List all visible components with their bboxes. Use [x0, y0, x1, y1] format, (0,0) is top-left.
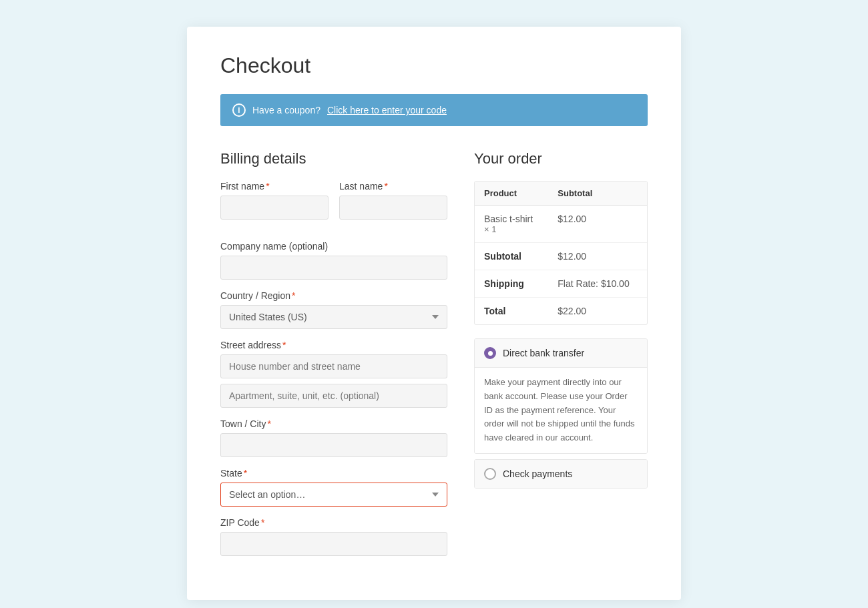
state-group: State* Select an option…: [220, 468, 447, 507]
country-group: Country / Region* United States (US): [220, 290, 447, 329]
radio-check-payments[interactable]: [484, 468, 496, 480]
first-name-group: First name*: [220, 181, 329, 220]
first-name-label: First name*: [220, 181, 329, 192]
col-product: Product: [475, 182, 548, 206]
payment-method-header-check[interactable]: Check payments: [475, 460, 647, 488]
order-title: Your order: [474, 150, 648, 168]
state-label: State*: [220, 468, 447, 479]
country-label: Country / Region*: [220, 290, 447, 301]
col-subtotal: Subtotal: [548, 182, 647, 206]
shipping-row: Shipping Flat Rate: $10.00: [475, 270, 647, 298]
checkout-page: Checkout i Have a coupon? Click here to …: [187, 27, 681, 600]
town-city-label: Town / City*: [220, 418, 447, 429]
billing-title: Billing details: [220, 150, 447, 168]
country-select[interactable]: United States (US): [220, 305, 447, 329]
total-row: Total $22.00: [475, 298, 647, 325]
apt-group: [220, 384, 447, 408]
coupon-text: Have a coupon?: [252, 105, 320, 115]
town-city-group: Town / City*: [220, 418, 447, 457]
product-cell: Basic t-shirt × 1: [475, 206, 548, 243]
subtotal-label: Subtotal: [475, 243, 548, 270]
total-label: Total: [475, 298, 548, 325]
last-name-label: Last name*: [339, 181, 447, 192]
subtotal-row: Subtotal $12.00: [475, 243, 647, 270]
street-address-group: Street address*: [220, 340, 447, 378]
page-title: Checkout: [220, 53, 648, 78]
subtotal-value: $12.00: [548, 243, 647, 270]
zip-input[interactable]: [220, 532, 447, 556]
payment-method-check: Check payments: [474, 459, 648, 489]
name-row: First name* Last name*: [220, 181, 447, 230]
street-address-label: Street address*: [220, 340, 447, 350]
payment-method-direct-bank: Direct bank transfer Make your payment d…: [474, 338, 648, 454]
street-address-input[interactable]: [220, 354, 447, 378]
shipping-value: Flat Rate: $10.00: [548, 270, 647, 298]
product-subtotal: $12.00: [548, 206, 647, 243]
payment-label-check: Check payments: [503, 469, 572, 479]
company-name-label: Company name (optional): [220, 241, 447, 252]
billing-section: Billing details First name* Last name* C…: [220, 150, 447, 567]
coupon-banner: i Have a coupon? Click here to enter you…: [220, 94, 648, 126]
total-value: $22.00: [548, 298, 647, 325]
info-icon: i: [232, 103, 246, 117]
coupon-link[interactable]: Click here to enter your code: [327, 105, 447, 115]
product-name: Basic t-shirt: [484, 214, 539, 224]
table-row: Basic t-shirt × 1 $12.00: [475, 206, 647, 243]
order-table-wrapper: Product Subtotal Basic t-shirt × 1 $12.0…: [474, 181, 648, 325]
payment-method-header-direct[interactable]: Direct bank transfer: [475, 339, 647, 367]
state-select[interactable]: Select an option…: [220, 483, 447, 507]
main-layout: Billing details First name* Last name* C…: [220, 150, 648, 567]
town-city-input[interactable]: [220, 433, 447, 457]
payment-label-direct: Direct bank transfer: [503, 348, 584, 358]
product-qty: × 1: [484, 224, 539, 234]
order-table: Product Subtotal Basic t-shirt × 1 $12.0…: [475, 182, 647, 324]
apt-input[interactable]: [220, 384, 447, 408]
first-name-input[interactable]: [220, 196, 329, 220]
order-section: Your order Product Subtotal Basic t-shir…: [474, 150, 648, 494]
last-name-group: Last name*: [339, 181, 447, 220]
shipping-label: Shipping: [475, 270, 548, 298]
payment-body-direct: Make your payment directly into our bank…: [475, 367, 647, 453]
last-name-input[interactable]: [339, 196, 447, 220]
company-name-group: Company name (optional): [220, 241, 447, 280]
radio-direct-bank[interactable]: [484, 347, 496, 359]
zip-group: ZIP Code*: [220, 517, 447, 556]
company-name-input[interactable]: [220, 256, 447, 280]
zip-label: ZIP Code*: [220, 517, 447, 528]
